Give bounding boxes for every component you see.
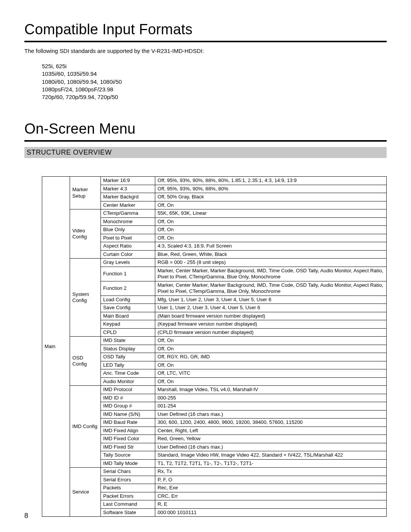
intro-text: The following SDI standards are supporte… (24, 48, 387, 54)
divider (24, 41, 387, 42)
value-cell: T1, T2, T1T2, T2T1, T1-, T2-, T1T2-, T2T… (155, 459, 387, 468)
value-cell: Blue, Red, Green, White, Black (155, 250, 387, 259)
param-cell: Curtain Color (101, 250, 155, 259)
param-cell: Tally Source (101, 451, 155, 460)
param-cell: Gray Levels (101, 259, 155, 267)
value-cell: Off, On (155, 377, 387, 386)
value-cell: Off, 95%, 93%, 90%, 88%, 80%, 1.85:1, 2.… (155, 177, 387, 185)
category-cell: Service (70, 468, 101, 517)
value-cell: 001-254 (155, 402, 387, 411)
page-number: 8 (24, 512, 28, 520)
value-cell: R, E (155, 500, 387, 509)
param-cell: Marker 4:3 (101, 185, 155, 193)
param-cell: Serial Errors (101, 476, 155, 484)
value-cell: Marker, Center Marker, Marker Background… (155, 267, 387, 281)
format-line: 1035i/60, 1035i/59.94 (42, 70, 387, 78)
param-cell: IMD Baud Rate (101, 419, 155, 427)
param-cell: Aspect Ratio (101, 242, 155, 251)
format-line: 720p/60, 720p/59.94, 720p/50 (42, 93, 387, 101)
value-cell: User 1, User 2, User 3, User 4, User 5, … (155, 304, 387, 312)
value-cell: 300, 600, 1200, 2400, 4800, 9600, 19200,… (155, 419, 387, 427)
param-cell: Save Config (101, 304, 155, 312)
param-cell: Audio Monitor (101, 377, 155, 386)
param-cell: CTemp/Gamma (101, 209, 155, 218)
param-cell: Marker Backgrd (101, 193, 155, 201)
value-cell: User Defined (16 chars max.) (155, 443, 387, 451)
value-cell: RGB = 000 - 255 (8 unit steps) (155, 259, 387, 267)
value-cell: Off, 95%, 93%, 90%, 88%, 80% (155, 185, 387, 193)
param-cell: Blue Only (101, 226, 155, 234)
root-cell: Main (42, 177, 70, 517)
param-cell: Function 1 (101, 267, 155, 281)
value-cell: 4:3, Scaled 4:3, 16:9, Full Screen (155, 242, 387, 251)
category-cell: System Config (70, 259, 101, 337)
value-cell: Off, 50% Gray, Black (155, 193, 387, 201)
value-cell: Off, LTC, VITC (155, 369, 387, 378)
section-subtitle: STRUCTURE OVERVIEW (24, 147, 387, 158)
param-cell: LED Tally (101, 361, 155, 369)
param-cell: Status Display (101, 345, 155, 353)
param-cell: IMD Group # (101, 402, 155, 411)
param-cell: IMD Name (S/N) (101, 410, 155, 419)
param-cell: IMD Fixed Str (101, 443, 155, 451)
param-cell: IMD State (101, 337, 155, 345)
value-cell: Off, On (155, 337, 387, 345)
section-title: Compatible Input Formats (24, 21, 387, 38)
value-cell: Rec, Exe (155, 484, 387, 492)
document-page: Compatible Input Formats The following S… (0, 0, 411, 532)
value-cell: P, F, O (155, 476, 387, 484)
value-cell: (Main board firmware version number disp… (155, 312, 387, 320)
value-cell: Off, On (155, 234, 387, 242)
category-cell: Video Config (70, 209, 101, 259)
category-cell: IMD Config (70, 386, 101, 468)
param-cell: IMD Tally Mode (101, 459, 155, 468)
value-cell: CRC, Err (155, 492, 387, 500)
param-cell: Marker 16:9 (101, 177, 155, 185)
format-list: 525i, 625i 1035i/60, 1035i/59.94 1080i/6… (42, 62, 387, 101)
param-cell: Software State (101, 508, 155, 517)
value-cell: Standard, Image Video HW, Image Video 42… (155, 451, 387, 460)
value-cell: Marker, Center Marker, Marker Background… (155, 281, 387, 296)
table-row: ServiceSerial CharsRx, Tx (42, 468, 387, 476)
value-cell: (CPLD firmware version number displayed) (155, 328, 387, 337)
value-cell: Off, On (155, 345, 387, 353)
format-line: 1080i/60, 1080i/59.94, 1080i/50 (42, 78, 387, 86)
param-cell: IMD Fixed Align (101, 427, 155, 435)
table-row: MainMarker SetupMarker 16:9Off, 95%, 93%… (42, 177, 387, 185)
value-cell: Off, On (155, 361, 387, 369)
format-line: 1080psF/24, 1080psF/23.98 (42, 86, 387, 93)
value-cell: 000-255 (155, 394, 387, 402)
param-cell: Anc. Time Code (101, 369, 155, 378)
value-cell: 55K, 65K, 93K, Linear (155, 209, 387, 218)
param-cell: Pixel to Pixel (101, 234, 155, 242)
param-cell: Center Marker (101, 201, 155, 209)
menu-structure-table: MainMarker SetupMarker 16:9Off, 95%, 93%… (42, 176, 387, 517)
value-cell: Red, Green, Yellow (155, 435, 387, 443)
param-cell: Monochrome (101, 217, 155, 226)
value-cell: Off, On (155, 217, 387, 226)
value-cell: Rx, Tx (155, 468, 387, 476)
value-cell: (Keypad firmware version number displaye… (155, 320, 387, 329)
param-cell: Function 2 (101, 281, 155, 296)
param-cell: IMD ID # (101, 394, 155, 402)
param-cell: Packet Errors (101, 492, 155, 500)
value-cell: Center, Right, Left (155, 427, 387, 435)
table-row: Video ConfigCTemp/Gamma55K, 65K, 93K, Li… (42, 209, 387, 218)
category-cell: OSD Config (70, 337, 101, 386)
value-cell: Marshall, Image Video, TSL v4.0, Marshal… (155, 386, 387, 394)
value-cell: Off, RGY, RG, GR, IMD (155, 353, 387, 361)
param-cell: IMD Protocol (101, 386, 155, 394)
category-cell: Marker Setup (70, 177, 101, 209)
value-cell: Off, On (155, 201, 387, 209)
param-cell: IMD Fixed Color (101, 435, 155, 443)
format-line: 525i, 625i (42, 62, 387, 70)
param-cell: OSD Tally (101, 353, 155, 361)
param-cell: Keypad (101, 320, 155, 329)
param-cell: Packets (101, 484, 155, 492)
param-cell: CPLD (101, 328, 155, 337)
param-cell: Serial Chars (101, 468, 155, 476)
table-row: System ConfigGray LevelsRGB = 000 - 255 … (42, 259, 387, 267)
param-cell: Load Config (101, 296, 155, 304)
table-row: IMD ConfigIMD ProtocolMarshall, Image Vi… (42, 386, 387, 394)
divider (24, 140, 387, 142)
